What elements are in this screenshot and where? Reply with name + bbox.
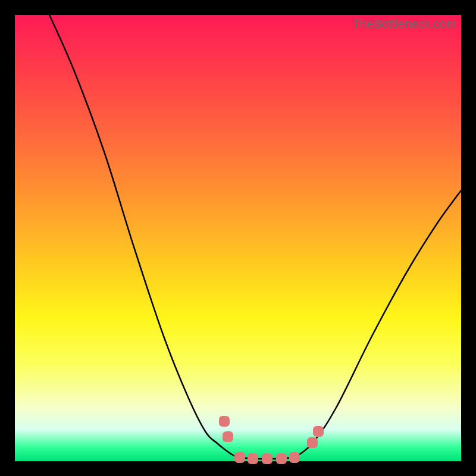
highlight-markers xyxy=(219,416,324,464)
marker-dot xyxy=(289,452,300,463)
curve-right xyxy=(295,190,461,458)
marker-dot xyxy=(248,453,258,464)
chart-frame: TheBottleneck.com xyxy=(15,15,461,461)
marker-dot xyxy=(234,452,245,463)
marker-dot xyxy=(219,416,230,427)
marker-dot xyxy=(307,437,318,448)
marker-dot xyxy=(276,453,287,464)
curve-left xyxy=(49,15,238,458)
bottleneck-curve-plot xyxy=(15,15,461,461)
marker-dot xyxy=(262,453,273,464)
marker-dot xyxy=(313,426,324,437)
marker-dot xyxy=(223,431,233,442)
